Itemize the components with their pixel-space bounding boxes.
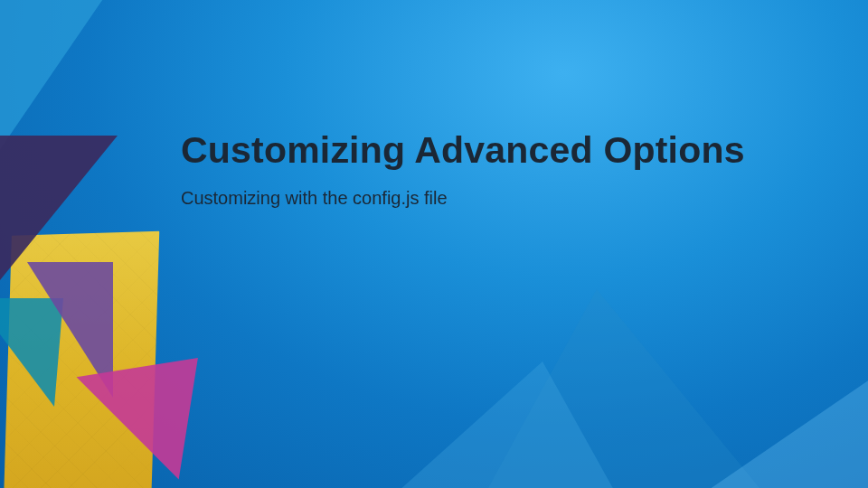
decor-triangle [27,262,113,398]
decor-triangle [362,361,633,488]
slide-subtitle: Customizing with the config.js file [181,188,796,209]
decor-triangle [0,0,108,163]
decor-triangle [488,289,760,488]
decor-triangle [0,298,63,407]
decor-triangle [0,136,118,280]
background-decoration [0,0,868,488]
decor-triangle [77,307,250,480]
slide-content: Customizing Advanced Options Customizing… [181,128,796,209]
decor-triangle [606,343,868,488]
slide-title: Customizing Advanced Options [181,128,796,172]
presentation-slide: Customizing Advanced Options Customizing… [0,0,868,488]
